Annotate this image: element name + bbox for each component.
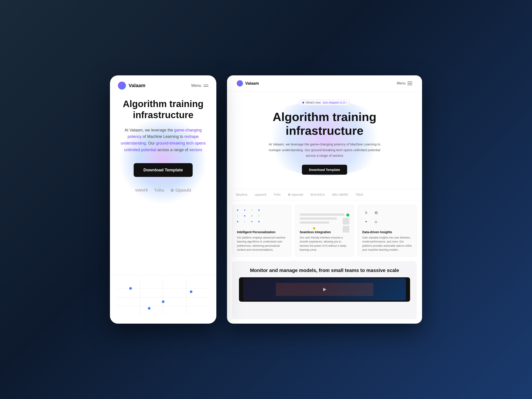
lines-visual [300, 214, 349, 231]
desktop-navbar: Valaam Menu [227, 75, 422, 92]
badge-dot-icon [302, 102, 304, 103]
desktop-download-button[interactable]: Download Template [302, 165, 347, 175]
feature-desc-3: Gain valuable insights into user behavio… [362, 236, 412, 252]
play-area [276, 283, 373, 296]
play-icon [322, 287, 327, 292]
chart-dot-2 [162, 300, 165, 303]
yellow-status-dot [313, 227, 315, 229]
chart-dot-1 [129, 287, 132, 290]
mobile-download-button[interactable]: Download Template [134, 163, 193, 177]
desktop-main-title: Algorithm training infrastructure [240, 110, 409, 137]
feature-visual-2 [300, 209, 349, 227]
mobile-logo-item-3: ⊛ OpenAI [170, 188, 191, 193]
mobile-logo-icon [118, 82, 126, 89]
desktop-logo-openai: ⊛ OpenAI [288, 193, 304, 197]
gear-symbol: ⚙ [372, 209, 380, 216]
chart-dot-4 [148, 307, 151, 310]
features-grid: Intelligent Personalization Our platform… [227, 200, 422, 261]
mobile-logo-group: Valaam [118, 82, 146, 89]
mobile-description: At Valaam, we leverage the game-changing… [119, 127, 208, 153]
badge-new-label: What's new [306, 101, 321, 104]
feature-card-personalization: Intelligent Personalization Our platform… [232, 205, 291, 257]
desktop-menu-label[interactable]: Menu [397, 81, 406, 85]
mobile-chart [117, 279, 210, 315]
feature-title-1: Intelligent Personalization [237, 230, 287, 234]
svg-marker-6 [323, 288, 326, 291]
feature-desc-2: Our user-friendly interface ensures a sm… [300, 236, 349, 252]
mobile-preview-card: Valaam Menu Algorithm training infrastru… [110, 75, 216, 324]
mobile-logos-strip: vwork Volta ⊛ OpenAI [135, 188, 191, 197]
mobile-logo-name: Valaam [129, 83, 146, 89]
desktop-preview-card: Valaam Menu What's new Just shipped v1.0… [227, 75, 422, 324]
desktop-logo-volta: Volta [273, 193, 281, 196]
mobile-logo-item-2: Volta [154, 188, 164, 193]
dots-grid [237, 209, 264, 225]
mobile-menu-group[interactable]: Menu [191, 83, 208, 88]
desktop-logo-icon [237, 80, 243, 86]
flame-symbol: 🜂 [372, 218, 380, 225]
bottom-video-preview[interactable] [239, 277, 410, 302]
mobile-navbar: Valaam Menu [110, 75, 216, 94]
badge-version-label: Just shipped v1.0 › [323, 101, 347, 104]
desktop-logo-wanda: WANDA [310, 193, 325, 196]
chart-dot-3 [190, 290, 192, 293]
desktop-logos-strip: Skyline upwork Volta ⊛ OpenAI WANDA NIU … [227, 189, 422, 200]
bottom-section: Monitor and manage models, from small te… [232, 261, 417, 319]
mobile-main-title: Algorithm training infrastructure [119, 98, 208, 121]
desktop-description: At Valaam, we leverage the game-changing… [267, 141, 382, 158]
desktop-menu-group[interactable]: Menu [397, 81, 412, 85]
desktop-logo-tida: TIDA [355, 193, 363, 196]
mobile-hero-section: Algorithm training infrastructure At Val… [110, 94, 216, 275]
bottom-section-title: Monitor and manage models, from small te… [250, 267, 399, 274]
mobile-menu-label[interactable]: Menu [191, 83, 201, 88]
feature-title-3: Data-driven Insights [362, 230, 412, 234]
desktop-logo-name: Valaam [245, 81, 259, 86]
lambda-symbol: λ [362, 209, 370, 216]
feature-card-integration: Seamless Integration Our user-friendly i… [295, 205, 354, 257]
desktop-logo-skyline: Skyline [236, 193, 248, 196]
green-status-dot [346, 214, 349, 216]
loading-symbol: ✦ [362, 218, 370, 225]
desktop-hamburger-icon[interactable] [407, 82, 412, 85]
feature-card-insights: λ ⚙ ✦ 🜂 Data-driven Insights Gain valuab… [358, 205, 417, 257]
desktop-logo-group: Valaam [237, 80, 259, 86]
feature-visual-3: λ ⚙ ✦ 🜂 [362, 209, 412, 227]
new-badge: What's new Just shipped v1.0 › [299, 100, 350, 106]
mobile-logo-item-1: vwork [135, 188, 148, 193]
mobile-chart-section [110, 275, 216, 324]
feature-desc-1: Our platform employs advanced machine le… [237, 236, 287, 252]
feature-visual-1 [237, 209, 287, 227]
hamburger-icon[interactable] [203, 85, 208, 87]
desktop-logo-niuaero: NIU AERO [332, 193, 348, 196]
symbols-grid: λ ⚙ ✦ 🜂 [362, 209, 380, 225]
video-inner [243, 279, 406, 300]
desktop-hero-section: What's new Just shipped v1.0 › Algorithm… [227, 92, 422, 189]
desktop-logo-upwork: upwork [255, 193, 266, 196]
